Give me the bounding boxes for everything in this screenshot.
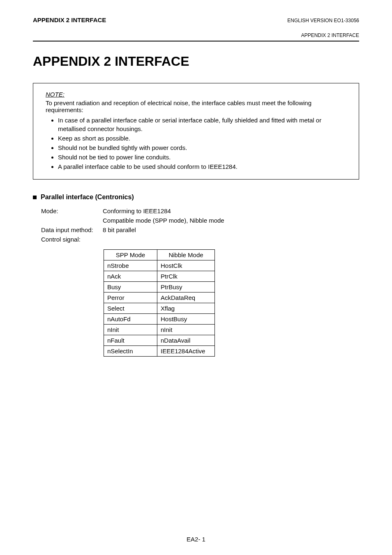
- table-cell: PtrBusy: [157, 282, 215, 292]
- table-cell: HostClk: [157, 260, 215, 271]
- table-cell: nDataAvail: [157, 335, 215, 346]
- spec-value-mode: Conforming to IEEE1284: [103, 207, 359, 215]
- table-cell: AckDataReq: [157, 292, 215, 303]
- note-bullet-item: In case of a parallel interface cable or…: [58, 116, 346, 133]
- table-row: nSelectIn IEEE1284Active: [104, 346, 215, 357]
- note-title: NOTE:: [46, 91, 65, 98]
- spec-value-data: 8 bit parallel: [103, 226, 359, 234]
- table-row: Perror AckDataReq: [104, 292, 215, 303]
- table-cell: nFault: [104, 335, 157, 346]
- table-cell: HostBusy: [157, 314, 215, 325]
- table-cell: IEEE1284Active: [157, 346, 215, 357]
- table-header-row: SPP Mode Nibble Mode: [104, 250, 215, 260]
- note-bullet-item: Should not be bundled tightly with power…: [58, 143, 346, 152]
- table-cell: nInit: [104, 325, 157, 335]
- table-cell: nAutoFd: [104, 314, 157, 325]
- spec-label-mode: Mode:: [41, 207, 103, 215]
- square-bullet-icon: [33, 196, 37, 199]
- table-header-cell: SPP Mode: [104, 250, 157, 260]
- signal-table: SPP Mode Nibble Mode nStrobe HostClk nAc…: [104, 249, 215, 357]
- table-cell: Perror: [104, 292, 157, 303]
- table-cell: nStrobe: [104, 260, 157, 271]
- table-row: Busy PtrBusy: [104, 282, 215, 292]
- table-cell: nAck: [104, 271, 157, 282]
- note-box: NOTE: To prevent radiation and reception…: [33, 83, 359, 180]
- page-footer: EA2- 1: [0, 536, 392, 543]
- table-cell: Select: [104, 303, 157, 314]
- note-bullet-item: Keep as short as possible.: [58, 134, 346, 143]
- table-row: nFault nDataAvail: [104, 335, 215, 346]
- spec-label-blank: [41, 216, 103, 225]
- header-subtitle: APPENDIX 2 INTERFACE: [33, 32, 359, 38]
- table-row: nAck PtrClk: [104, 271, 215, 282]
- note-intro: To prevent radiation and reception of el…: [46, 99, 346, 113]
- header-divider: [33, 41, 359, 41]
- note-bullet-item: A parallel interface cable to be used sh…: [58, 162, 346, 171]
- table-cell: nSelectIn: [104, 346, 157, 357]
- table-row: nStrobe HostClk: [104, 260, 215, 271]
- table-row: nAutoFd HostBusy: [104, 314, 215, 325]
- table-cell: Busy: [104, 282, 157, 292]
- table-row: nInit nInit: [104, 325, 215, 335]
- note-bullet-item: Should not be tied to power line conduit…: [58, 153, 346, 161]
- table-cell: Xflag: [157, 303, 215, 314]
- note-bullet-list: In case of a parallel interface cable or…: [46, 116, 346, 171]
- spec-label-data: Data input method:: [41, 226, 103, 234]
- spec-value-mode-sub: Compatible mode (SPP mode), Nibble mode: [103, 216, 359, 225]
- table-cell: PtrClk: [157, 271, 215, 282]
- table-header-cell: Nibble Mode: [157, 250, 215, 260]
- spec-label-signal: Control signal:: [41, 235, 103, 244]
- section-title: Parallel interface (Centronics): [41, 193, 134, 201]
- spec-value-signal: [103, 235, 359, 244]
- page-title: APPENDIX 2 INTERFACE: [33, 54, 359, 69]
- table-row: Select Xflag: [104, 303, 215, 314]
- header-left: APPENDIX 2 INTERFACE: [33, 16, 106, 23]
- header-right: ENGLISH VERSION EO1-33056: [287, 18, 359, 23]
- table-cell: nInit: [157, 325, 215, 335]
